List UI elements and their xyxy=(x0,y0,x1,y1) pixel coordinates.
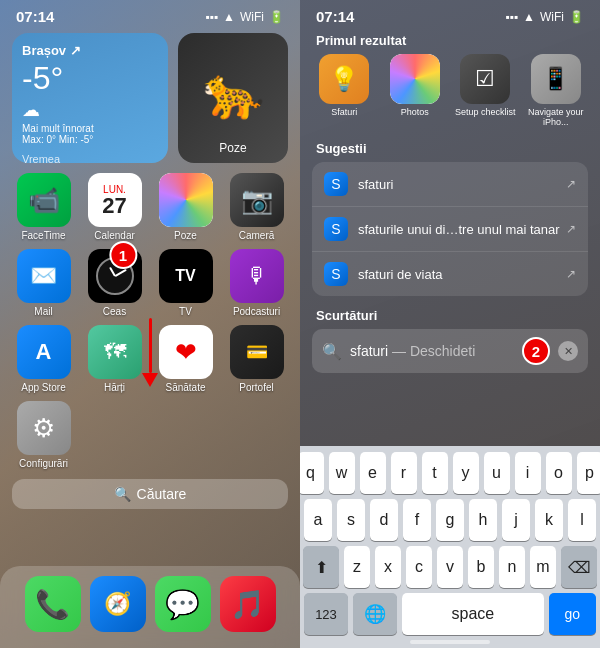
dock-music[interactable]: 🎵 xyxy=(220,576,276,632)
dock: 📞 🧭 💬 🎵 xyxy=(0,566,300,648)
key-p[interactable]: p xyxy=(577,452,601,494)
app-wallet[interactable]: 💳 Portofel xyxy=(225,325,288,393)
key-w[interactable]: w xyxy=(329,452,355,494)
right-time: 07:14 xyxy=(316,8,354,25)
suggestion-3[interactable]: S sfaturi de viata ↗ xyxy=(312,252,588,296)
key-globe[interactable]: 🌐 xyxy=(353,593,397,635)
key-shift[interactable]: ⬆ xyxy=(303,546,339,588)
dock-messages[interactable]: 💬 xyxy=(155,576,211,632)
key-l[interactable]: l xyxy=(568,499,596,541)
shortcuts-section: 🔍 sfaturi — Deschideti 2 ✕ xyxy=(312,329,588,373)
dock-safari[interactable]: 🧭 xyxy=(90,576,146,632)
photo-widget[interactable]: 🐆 Poze xyxy=(178,33,288,163)
key-t[interactable]: t xyxy=(422,452,448,494)
camera-icon: 📷 xyxy=(230,173,284,227)
key-v[interactable]: v xyxy=(437,546,463,588)
mail-label: Mail xyxy=(34,306,52,317)
key-d[interactable]: d xyxy=(370,499,398,541)
shortcut-query: sfaturi xyxy=(350,343,388,359)
podcasts-icon: 🎙 xyxy=(230,249,284,303)
photos-icon xyxy=(159,173,213,227)
app-poze[interactable]: Poze xyxy=(154,173,217,241)
key-m[interactable]: m xyxy=(530,546,556,588)
key-s[interactable]: s xyxy=(337,499,365,541)
left-status-icons: ▪▪▪ ▲ WiFi 🔋 xyxy=(205,10,284,24)
key-r[interactable]: r xyxy=(391,452,417,494)
key-e[interactable]: e xyxy=(360,452,386,494)
key-g[interactable]: g xyxy=(436,499,464,541)
facetime-label: FaceTime xyxy=(21,230,65,241)
suggestion-2[interactable]: S sfaturile unui di…tre unul mai tanar ↗ xyxy=(312,207,588,252)
app-calendar[interactable]: LUN. 27 Calendar xyxy=(83,173,146,241)
key-j[interactable]: j xyxy=(502,499,530,541)
result-photos[interactable]: Photos xyxy=(383,54,448,127)
shortcut-input-row[interactable]: 🔍 sfaturi — Deschideti 2 ✕ xyxy=(312,329,588,373)
mail-icon: ✉️ xyxy=(17,249,71,303)
key-k[interactable]: k xyxy=(535,499,563,541)
setup-label: Setup checklist xyxy=(455,107,516,117)
settings-icon: ⚙ xyxy=(17,401,71,455)
key-i[interactable]: i xyxy=(515,452,541,494)
suggestion-2-text: sfaturile unui di…tre unul mai tanar xyxy=(358,222,566,237)
app-maps[interactable]: 🗺 Hărți xyxy=(83,325,146,393)
app-health[interactable]: ❤ Sănătate xyxy=(154,325,217,393)
weather-widget[interactable]: Brașov ↗ -5° ☁ Mai mult înnorat Max: 0° … xyxy=(12,33,168,163)
key-b[interactable]: b xyxy=(468,546,494,588)
key-n[interactable]: n xyxy=(499,546,525,588)
key-c[interactable]: c xyxy=(406,546,432,588)
clock-label: Ceas xyxy=(103,306,126,317)
key-q[interactable]: q xyxy=(300,452,324,494)
suggestion-1[interactable]: S sfaturi ↗ xyxy=(312,162,588,207)
weather-city: Brașov ↗ xyxy=(22,43,158,58)
key-a[interactable]: a xyxy=(304,499,332,541)
search-bar-left[interactable]: 🔍 Căutare xyxy=(12,479,288,509)
app-appstore[interactable]: A App Store xyxy=(12,325,75,393)
key-123[interactable]: 123 xyxy=(304,593,348,635)
dock-phone[interactable]: 📞 xyxy=(25,576,81,632)
key-u[interactable]: u xyxy=(484,452,510,494)
suggestions-label: Sugestii xyxy=(300,137,600,162)
suggestion-1-arrow: ↗ xyxy=(566,177,576,191)
app-appletv[interactable]: TV TV xyxy=(154,249,217,317)
calendar-icon: LUN. 27 xyxy=(88,173,142,227)
weather-desc: Mai mult înnorat xyxy=(22,123,158,134)
facetime-icon: 📹 xyxy=(17,173,71,227)
key-y[interactable]: y xyxy=(453,452,479,494)
key-space[interactable]: space xyxy=(402,593,544,635)
key-z[interactable]: z xyxy=(344,546,370,588)
key-delete[interactable]: ⌫ xyxy=(561,546,597,588)
right-status-bar: 07:14 ▪▪▪ ▲ WiFi 🔋 xyxy=(300,0,600,29)
photos-conic xyxy=(390,54,440,104)
keyboard-row-2: a s d f g h j k l xyxy=(304,499,596,541)
key-go[interactable]: go xyxy=(549,593,596,635)
app-podcasts[interactable]: 🎙 Podcasturi xyxy=(225,249,288,317)
search-icon-shortcut: 🔍 xyxy=(322,342,342,361)
clear-button[interactable]: ✕ xyxy=(558,341,578,361)
result-setup[interactable]: ☑ Setup checklist xyxy=(453,54,518,127)
result-navigate[interactable]: 📱 Navigate your iPho... xyxy=(524,54,589,127)
app-camera[interactable]: 📷 Cameră xyxy=(225,173,288,241)
left-status-bar: 07:14 ▪▪▪ ▲ WiFi 🔋 xyxy=(0,0,300,29)
app-clock[interactable]: 1 Ceas xyxy=(83,249,146,317)
app-mail[interactable]: ✉️ Mail xyxy=(12,249,75,317)
right-panel: 07:14 ▪▪▪ ▲ WiFi 🔋 Primul rezultat 💡 Sfa… xyxy=(300,0,600,648)
widgets-row: Brașov ↗ -5° ☁ Mai mult înnorat Max: 0° … xyxy=(0,29,300,169)
leopard-emoji: 🐆 xyxy=(202,64,264,122)
maps-label: Hărți xyxy=(104,382,125,393)
weather-minmax: Max: 0° Min: -5° xyxy=(22,134,158,145)
settings-label: Configurări xyxy=(19,458,68,469)
photos-label: Poze xyxy=(174,230,197,241)
suggestion-2-arrow: ↗ xyxy=(566,222,576,236)
shortcuts-label: Scurtături xyxy=(300,304,600,329)
photos-result-label: Photos xyxy=(401,107,429,117)
app-settings[interactable]: ⚙ Configurări xyxy=(12,401,75,469)
key-f[interactable]: f xyxy=(403,499,431,541)
shortcut-action: — Deschideti xyxy=(392,343,475,359)
app-facetime[interactable]: 📹 FaceTime xyxy=(12,173,75,241)
key-h[interactable]: h xyxy=(469,499,497,541)
key-x[interactable]: x xyxy=(375,546,401,588)
result-sfaturi[interactable]: 💡 Sfaturi xyxy=(312,54,377,127)
wallet-icon: 💳 xyxy=(230,325,284,379)
key-o[interactable]: o xyxy=(546,452,572,494)
suggestions-section: S sfaturi ↗ S sfaturile unui di…tre unul… xyxy=(312,162,588,296)
